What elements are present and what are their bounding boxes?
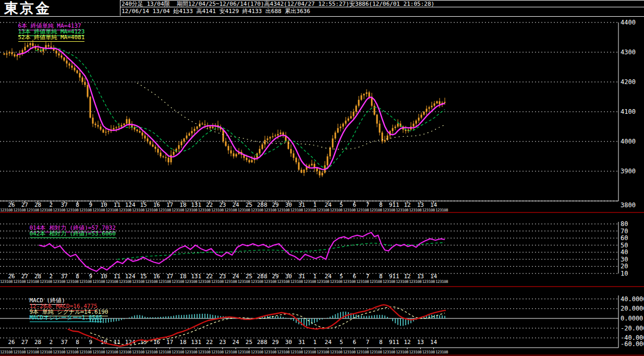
candle-body: [4, 53, 5, 54]
candle-body: [418, 117, 420, 121]
day-label: 31: [298, 339, 305, 346]
time-label: 123108: [277, 208, 290, 212]
time-label: 123108: [435, 279, 448, 284]
day-label: 8: [379, 339, 383, 346]
candle-body: [259, 149, 261, 153]
time-label: 123108: [356, 279, 369, 284]
time-label: 123108: [211, 208, 224, 212]
candle-body: [275, 136, 276, 136]
candle-body: [366, 92, 368, 94]
candle-body: [277, 134, 279, 136]
candle-body: [98, 125, 99, 127]
day-label: 26: [8, 339, 15, 346]
candle-body: [358, 100, 360, 105]
time-label: 123108: [172, 279, 185, 284]
rsi-axis-label: 10: [621, 270, 628, 277]
candle-body: [376, 115, 378, 124]
candle-body: [204, 124, 206, 125]
candle-body: [296, 158, 297, 162]
time-label: 123108: [185, 208, 198, 212]
time-label: 123108: [409, 350, 422, 354]
candle-body: [139, 131, 141, 133]
candle-body: [303, 170, 305, 173]
time-label: 123108: [409, 208, 422, 212]
day-label: 29: [272, 339, 278, 346]
candle-body: [105, 132, 107, 132]
candle-body: [317, 168, 318, 171]
candle-body: [369, 92, 370, 97]
candle-body: [379, 124, 381, 133]
price-axis-label: 4300: [621, 49, 636, 56]
axis-labels: 4400430042004100400039003800807060504030…: [621, 19, 644, 348]
time-label: 123108: [224, 208, 237, 212]
time-label: 123108: [159, 208, 172, 212]
candle-body: [395, 127, 396, 128]
candle-body: [191, 131, 193, 133]
candle-body: [384, 140, 386, 141]
candle-body: [327, 157, 329, 165]
macd-axis-label: 40.0000: [621, 295, 644, 303]
rsi-axis-label: 80: [621, 220, 628, 228]
time-label: 123108: [53, 350, 66, 354]
price-axis-label: 4200: [621, 78, 636, 86]
time-label: 123108: [198, 279, 211, 284]
candle-body: [92, 117, 94, 123]
candle-body: [61, 55, 63, 57]
candle-body: [264, 140, 266, 145]
time-label: 123108: [159, 350, 172, 354]
time-label: 123108: [422, 279, 435, 284]
candle-body: [64, 57, 65, 61]
candle-body: [202, 124, 203, 124]
candle-body: [11, 52, 13, 54]
time-label: 123108: [27, 350, 40, 354]
candle-body: [270, 137, 271, 138]
time-label: 123108: [211, 350, 224, 354]
candle-body: [6, 53, 8, 54]
candle-body: [124, 124, 125, 125]
candle-body: [163, 157, 164, 157]
time-label: 123108: [40, 279, 53, 284]
time-label: 123108: [317, 208, 330, 212]
time-label: 123108: [435, 208, 448, 212]
time-label: 123108: [40, 208, 53, 212]
candle-body: [144, 136, 146, 139]
candle-body: [121, 125, 123, 127]
candle-body: [100, 127, 102, 130]
candle-body: [58, 53, 60, 55]
time-label: 123108: [211, 279, 224, 284]
time-label: 123108: [224, 279, 237, 284]
candle-body: [137, 129, 138, 131]
candle-body: [251, 160, 253, 162]
candle-body: [74, 68, 76, 70]
candle-body: [131, 125, 133, 127]
candle-body: [210, 127, 211, 128]
time-label: 123108: [435, 350, 448, 354]
time-label: 123108: [92, 350, 105, 354]
candle-body: [290, 149, 292, 153]
price-axis-label: 3900: [621, 168, 636, 175]
candle-body: [272, 136, 274, 137]
candle-body: [197, 127, 198, 129]
time-label: 123108: [92, 279, 105, 284]
candle-body: [17, 55, 18, 56]
day-label: 8: [76, 339, 79, 346]
gridlines: [0, 22, 618, 338]
candle-body: [160, 152, 162, 156]
time-label: 123108: [185, 279, 198, 284]
time-label: 123108: [303, 279, 317, 284]
candle-body: [311, 164, 313, 165]
time-label: 123108: [383, 279, 396, 284]
time-label: 123108: [132, 208, 145, 212]
time-label: 123108: [290, 279, 303, 284]
candle-body: [340, 127, 342, 128]
price-axis-label: 4400: [621, 19, 636, 26]
time-label: 123108: [105, 279, 118, 284]
candle-body: [157, 149, 159, 152]
candle-body: [184, 138, 185, 141]
time-label: 123108: [330, 208, 343, 212]
trading-terminal-screen: 4400430042004100400039003800807060504030…: [0, 0, 644, 356]
day-label: 37: [61, 339, 68, 346]
ma52-legend: 52本 終値単純 MA=4081: [18, 34, 85, 42]
day-label: 7: [366, 339, 370, 346]
candle-body: [150, 141, 151, 145]
